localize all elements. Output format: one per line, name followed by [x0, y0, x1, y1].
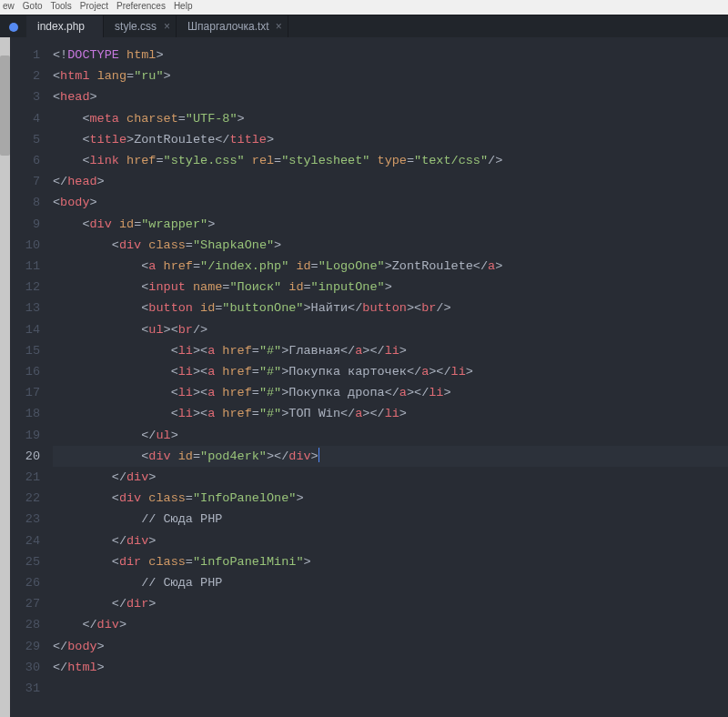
code-line[interactable]: </body> [53, 636, 728, 657]
tab-label: index.php [37, 20, 85, 33]
line-number: 14 [10, 319, 40, 340]
line-number: 13 [10, 298, 40, 318]
line-number: 18 [10, 403, 40, 424]
line-number-gutter: 1234567891011121314151617181920212223242… [10, 37, 51, 717]
scrollbar-thumb[interactable] [0, 56, 10, 156]
line-number: 29 [10, 636, 40, 657]
menu-item[interactable]: Project [80, 1, 108, 11]
code-line[interactable]: </head> [53, 171, 728, 192]
line-number: 8 [10, 192, 40, 213]
line-number: 22 [10, 488, 40, 509]
line-number: 23 [10, 509, 40, 530]
close-icon[interactable]: × [164, 20, 170, 33]
menu-item[interactable]: Goto [23, 1, 43, 11]
code-content[interactable]: <!DOCTYPE html><html lang="ru"><head> <m… [51, 37, 728, 717]
code-line[interactable]: <ul><br/> [53, 319, 728, 340]
line-number: 12 [10, 277, 40, 298]
code-line[interactable]: <a href="/index.php" id="LogoOne">ZontRo… [53, 256, 728, 277]
code-line[interactable]: <button id="buttonOne">Найти</button><br… [53, 298, 728, 318]
code-line[interactable]: <dir class="infoPanelMini"> [53, 551, 728, 572]
code-line[interactable]: // Сюда PHP [53, 509, 728, 530]
code-line[interactable]: <li><a href="#">Покупка дропа</a></li> [53, 382, 728, 403]
code-line[interactable]: <html lang="ru"> [53, 66, 728, 86]
tab[interactable]: style.css× [104, 15, 177, 37]
code-line[interactable]: <li><a href="#">Главная</a></li> [53, 340, 728, 361]
editor-area: 1234567891011121314151617181920212223242… [0, 37, 728, 717]
code-line[interactable]: <title>ZontRoulete</title> [53, 129, 728, 150]
line-number: 20 [10, 446, 40, 467]
line-number: 9 [10, 214, 40, 235]
line-number: 30 [10, 657, 40, 678]
line-number: 3 [10, 86, 40, 107]
code-line[interactable]: </ul> [53, 425, 728, 446]
tab[interactable]: Шпаргалочка.txt× [177, 15, 288, 37]
code-line[interactable]: <li><a href="#">ТОП Win</a></li> [53, 403, 728, 424]
code-line[interactable]: <body> [53, 192, 728, 213]
code-line[interactable]: <head> [53, 86, 728, 107]
menu-item[interactable]: ew [3, 1, 15, 11]
code-line[interactable]: <!DOCTYPE html> [53, 45, 728, 66]
code-line[interactable]: <div class="ShapkaOne"> [53, 235, 728, 256]
code-line[interactable]: </html> [53, 657, 728, 678]
menu-item[interactable]: Tools [50, 1, 71, 11]
code-line[interactable]: </dir> [53, 593, 728, 614]
line-number: 28 [10, 614, 40, 635]
menu-item[interactable]: Preferences [116, 1, 166, 11]
scrollbar[interactable] [0, 37, 10, 717]
code-line[interactable]: <li><a href="#">Покупка карточек</a></li… [53, 361, 728, 382]
line-number: 2 [10, 66, 40, 86]
line-number: 15 [10, 340, 40, 361]
line-number: 17 [10, 382, 40, 403]
line-number: 4 [10, 108, 40, 129]
line-number: 24 [10, 530, 40, 551]
line-number: 11 [10, 256, 40, 277]
line-number: 21 [10, 467, 40, 488]
tab[interactable]: index.php [26, 15, 104, 37]
code-line[interactable]: <div id="wrapper"> [53, 214, 728, 235]
code-line[interactable]: <div class="InfoPanelOne"> [53, 488, 728, 509]
code-line[interactable]: <meta charset="UTF-8"> [53, 108, 728, 129]
tab-bar: index.phpstyle.css×Шпаргалочка.txt× [0, 15, 728, 37]
code-line[interactable]: <input name="Поиск" id="inputOne"> [53, 277, 728, 298]
line-number: 7 [10, 171, 40, 192]
modified-dot-icon [9, 23, 18, 32]
tab-label: style.css [115, 20, 157, 33]
code-line[interactable] [53, 678, 728, 699]
line-number: 31 [10, 678, 40, 699]
code-line[interactable]: </div> [53, 530, 728, 551]
line-number: 25 [10, 551, 40, 572]
line-number: 19 [10, 425, 40, 446]
line-number: 16 [10, 361, 40, 382]
menu-item[interactable]: Help [174, 1, 193, 11]
editor-app: ewGotoToolsProjectPreferencesHelp index.… [0, 0, 728, 717]
code-line[interactable]: // Сюда PHP [53, 572, 728, 593]
code-line[interactable]: <div id="pod4erk"></div> [53, 446, 728, 467]
line-number: 26 [10, 572, 40, 593]
line-number: 6 [10, 150, 40, 171]
line-number: 27 [10, 593, 40, 614]
code-line[interactable]: <link href="style.css" rel="stylesheet" … [53, 150, 728, 171]
code-editor[interactable]: 1234567891011121314151617181920212223242… [10, 37, 728, 717]
code-line[interactable]: </div> [53, 467, 728, 488]
line-number: 5 [10, 129, 40, 150]
close-icon[interactable]: × [276, 20, 282, 33]
line-number: 10 [10, 235, 40, 256]
line-number: 1 [10, 45, 40, 66]
tab-label: Шпаргалочка.txt [187, 20, 269, 33]
code-line[interactable]: </div> [53, 614, 728, 635]
menu-bar[interactable]: ewGotoToolsProjectPreferencesHelp [0, 0, 728, 15]
